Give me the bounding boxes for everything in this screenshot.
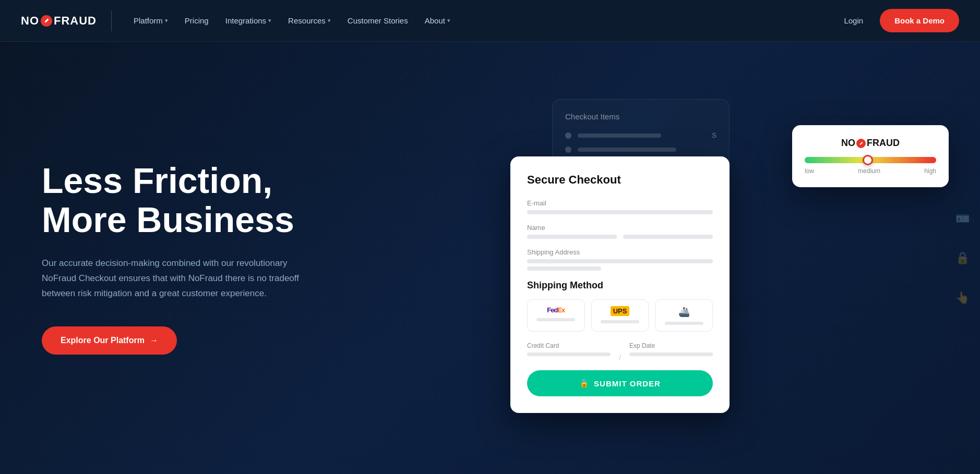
nav-resources[interactable]: Resources ▾ [281,12,338,29]
chevron-down-icon: ▾ [268,17,271,24]
ups-option[interactable]: UPS [591,299,649,332]
nav-customer-stories[interactable]: Customer Stories [340,12,415,29]
hero-visuals: Checkout Items S [510,42,980,474]
bg-card-row [565,147,716,153]
lock-deco-icon: 🔒 [955,251,970,265]
email-label: E-mail [527,199,713,207]
hero-title: Less Friction, More Business [42,161,355,239]
submit-order-button[interactable]: 🔒 SUBMIT ORDER [527,370,713,396]
deco-icons: 🪪 🔒 👆 [955,212,970,305]
checkout-form-card: Secure Checkout E-mail Name Shipping Add… [510,156,730,413]
nav-links: Platform ▾ Pricing Integrations ▾ Resour… [126,12,458,29]
email-input-mock[interactable] [527,210,713,214]
book-demo-button[interactable]: Book a Demo [880,9,959,32]
bg-line [578,148,676,152]
shipping-method-title: Shipping Method [527,280,713,291]
exp-date-label: Exp Date [629,342,713,349]
bg-card-row: S [565,131,716,139]
nav-divider [111,10,112,31]
fedex-line [536,318,575,321]
fraud-labels: low medium high [805,167,936,175]
nav-left: NO FRAUD Platform ▾ Pricing Integrations… [21,10,458,31]
name-field-group: Name [527,224,713,239]
payment-row: Credit Card / Exp Date [527,342,713,362]
fraud-logo-circle [856,139,866,148]
bg-card-title: Checkout Items [565,112,716,121]
bg-circle [565,147,571,153]
lock-icon: 🔒 [579,379,590,388]
other-ship-line [665,322,703,325]
logo-no-text: NO [21,14,39,28]
nav-right: Login Book a Demo [835,9,959,32]
fraud-logo: NO FRAUD [805,138,936,149]
fraud-meter-card: NO FRAUD low medium high [792,125,949,187]
nav-platform[interactable]: Platform ▾ [126,12,175,29]
fedex-logo: FedEx [547,306,565,314]
fraud-knob [863,155,873,165]
fraud-bar-container [805,157,936,163]
credit-card-col: Credit Card [527,342,611,362]
credit-card-label: Credit Card [527,342,611,349]
name-input-mock-1[interactable] [527,235,617,239]
name-input-mock-2[interactable] [623,235,713,239]
bg-price: S [712,131,716,139]
shipping-input-mock-2[interactable] [527,266,601,271]
ups-logo: UPS [611,306,630,316]
navigation: NO FRAUD Platform ▾ Pricing Integrations… [0,0,980,42]
nav-integrations[interactable]: Integrations ▾ [218,12,279,29]
shipping-method-section: Shipping Method FedEx UPS 🚢 [527,280,713,396]
exp-date-input[interactable] [629,353,713,356]
shipping-input-mock[interactable] [527,259,713,263]
fraud-label-low: low [805,167,814,175]
chevron-down-icon: ▾ [165,17,168,24]
logo[interactable]: NO FRAUD [21,14,97,28]
id-card-icon: 🪪 [955,212,970,225]
shipping-options: FedEx UPS 🚢 [527,299,713,332]
arrow-icon: → [150,336,158,345]
fingerprint-icon: 👆 [955,291,970,305]
email-field-group: E-mail [527,199,713,214]
logo-fraud-text: FRAUD [54,14,97,28]
shipping-address-field-group: Shipping Address [527,248,713,271]
login-button[interactable]: Login [835,12,871,29]
fraud-label-medium: medium [858,167,880,175]
chevron-down-icon: ▾ [328,17,331,24]
bg-line [578,133,661,138]
chevron-down-icon: ▾ [447,17,450,24]
checkout-title: Secure Checkout [527,173,713,187]
fedex-option[interactable]: FedEx [527,299,585,332]
hero-section: Less Friction, More Business Our accurat… [0,42,980,474]
name-label: Name [527,224,713,232]
ship-icon: 🚢 [678,306,690,318]
slash-divider: / [619,342,621,362]
fraud-label-high: high [924,167,936,175]
shipping-address-label: Shipping Address [527,248,713,256]
exp-date-col: Exp Date [629,342,713,362]
hero-description: Our accurate decision-making combined wi… [42,256,313,301]
explore-platform-button[interactable]: Explore Our Platform → [42,326,177,355]
nav-about[interactable]: About ▾ [417,12,458,29]
credit-card-input[interactable] [527,353,611,356]
nav-pricing[interactable]: Pricing [177,12,216,29]
ups-line [601,320,639,323]
other-shipping-option[interactable]: 🚢 [655,299,713,332]
logo-icon [41,15,52,27]
hero-content: Less Friction, More Business Our accurat… [42,161,355,354]
bg-circle [565,132,571,139]
